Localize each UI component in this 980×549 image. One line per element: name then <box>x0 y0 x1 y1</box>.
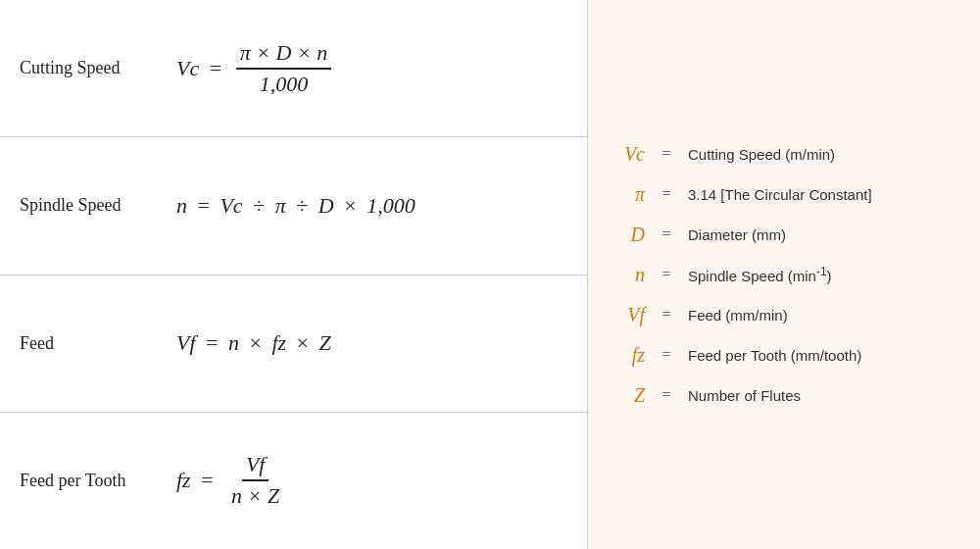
vc-sym2: Vc <box>220 193 242 219</box>
legend-eq-d: = <box>657 225 676 243</box>
thousand: 1,000 <box>367 193 416 219</box>
legend-vf: Vf = Feed (mm/min) <box>617 304 951 326</box>
z-sym: Z <box>319 330 331 356</box>
legend-desc-pi: 3.14 [The Circular Constant] <box>688 186 872 203</box>
legend-desc-fz: Feed per Tooth (mm/tooth) <box>688 347 861 364</box>
feed-per-tooth-formula: fz = Vf n × Z <box>176 452 287 509</box>
cutting-speed-denominator: 1,000 <box>256 70 313 97</box>
legend-eq-z: = <box>657 386 676 404</box>
legend-sym-vf: Vf <box>617 304 645 326</box>
legend-sym-vc: Vc <box>617 143 645 166</box>
times2: × <box>244 330 267 356</box>
eq-sym4: = <box>196 468 219 493</box>
legend-desc-vf: Feed (mm/min) <box>688 307 788 324</box>
spindle-speed-formula: n = Vc ÷ π ÷ D × 1,000 <box>176 193 416 219</box>
legend-eq-n: = <box>657 266 676 283</box>
fz-sym: fz <box>271 330 286 356</box>
legend-eq-vf: = <box>657 306 676 324</box>
eq-sym3: = <box>201 330 223 356</box>
feed-per-tooth-denominator: n × Z <box>227 481 283 509</box>
cutting-speed-label: Cutting Speed <box>20 58 176 78</box>
feed-per-tooth-fraction: Vf n × Z <box>227 452 283 509</box>
legend-eq-fz: = <box>657 346 676 364</box>
right-panel: Vc = Cutting Speed (m/min) π = 3.14 [The… <box>588 0 980 549</box>
legend-pi: π = 3.14 [The Circular Constant] <box>617 183 951 206</box>
feed-row: Feed Vf = n × fz × Z <box>0 275 587 413</box>
div2: ÷ <box>291 193 314 219</box>
legend-sym-pi: π <box>617 183 645 206</box>
times1: × <box>339 193 362 219</box>
legend-vc: Vc = Cutting Speed (m/min) <box>617 143 951 166</box>
legend-sym-fz: fz <box>617 344 645 367</box>
legend-desc-d: Diameter (mm) <box>688 226 786 243</box>
legend-d: D = Diameter (mm) <box>617 224 951 246</box>
legend-sym-z: Z <box>617 384 645 407</box>
legend-sym-d: D <box>617 224 645 246</box>
feed-per-tooth-label: Feed per Tooth <box>20 471 176 491</box>
spindle-speed-label: Spindle Speed <box>20 195 176 216</box>
cutting-speed-fraction: π × D × n 1,000 <box>236 40 332 97</box>
feed-formula: Vf = n × fz × Z <box>176 330 331 356</box>
div1: ÷ <box>248 193 270 219</box>
n-sym2: n <box>228 330 239 356</box>
d-sym: D <box>318 193 334 219</box>
legend-n: n = Spindle Speed (min-1) <box>617 264 951 286</box>
legend-eq-pi: = <box>657 185 676 203</box>
cutting-speed-row: Cutting Speed Vc = π × D × n 1,000 <box>0 0 587 137</box>
cutting-speed-formula: Vc = π × D × n 1,000 <box>176 40 335 97</box>
legend-eq-vc: = <box>657 145 676 163</box>
times3: × <box>291 330 314 356</box>
eq-sym: = <box>204 56 226 81</box>
feed-per-tooth-row: Feed per Tooth fz = Vf n × Z <box>0 413 587 549</box>
feed-per-tooth-numerator: Vf <box>242 452 270 481</box>
left-panel: Cutting Speed Vc = π × D × n 1,000 Spind… <box>0 0 588 549</box>
legend-fz: fz = Feed per Tooth (mm/tooth) <box>617 344 951 367</box>
legend-desc-z: Number of Flutes <box>688 387 801 404</box>
eq-sym2: = <box>192 193 215 219</box>
cutting-speed-numerator: π × D × n <box>236 40 332 70</box>
spindle-speed-row: Spindle Speed n = Vc ÷ π ÷ D × 1,000 <box>0 137 587 274</box>
feed-label: Feed <box>20 333 176 354</box>
legend-sym-n: n <box>617 264 645 286</box>
vf-sym: Vf <box>176 330 196 356</box>
n-sym: n <box>176 193 187 219</box>
legend-desc-n: Spindle Speed (min-1) <box>688 265 832 284</box>
pi-sym: π <box>275 193 286 219</box>
legend-z: Z = Number of Flutes <box>617 384 951 407</box>
legend-desc-vc: Cutting Speed (m/min) <box>688 146 835 163</box>
fz-sym2: fz <box>176 468 191 493</box>
vc-sym: Vc <box>176 56 199 81</box>
